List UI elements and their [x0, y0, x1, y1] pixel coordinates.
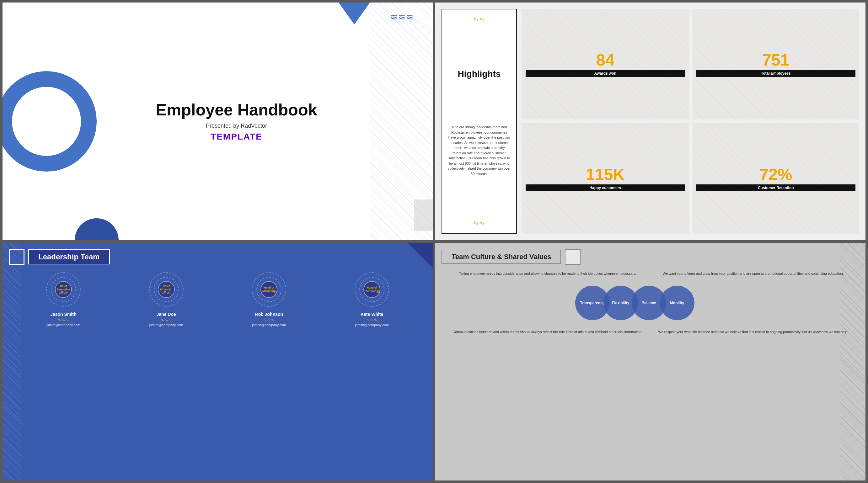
member-wave-3: ∿∿∿ [366, 317, 377, 322]
slide1-content: Employee Handbook Presented by RadVector… [156, 101, 317, 142]
bottom-text-1: We respect your work life balance becaus… [654, 329, 853, 335]
slide-employee-handbook: ≋≋≋ Employee Handbook Presented by RadVe… [2, 2, 433, 240]
stat-box-awards: 84 Awards won [522, 9, 689, 120]
member-wave-1: ∿∿∿ [161, 317, 172, 322]
stat-box-customers: 115K Happy customers [522, 123, 689, 234]
inner-circle-3: Head of Technology [363, 281, 380, 298]
member-name-0: Jason Smith [50, 312, 76, 317]
bottom-text-0: Communications between and within teams … [448, 329, 647, 335]
stat-number-retention: 72% [760, 166, 792, 183]
member-wave-0: ∿∿∿ [58, 317, 69, 322]
gray-rect-decor [414, 199, 433, 231]
role-3: Head of Technology [364, 286, 380, 293]
top-text-1: We want you to learn and grow from your … [654, 271, 853, 277]
culture-header-row: Team Culture & Shared Values [441, 249, 859, 265]
highlights-title: Highlights [458, 69, 501, 79]
circle-diagram-0: Chief Executive Officer [46, 272, 81, 307]
member-name-2: Rob Johnson [255, 312, 283, 317]
leadership-title: Leadership Team [38, 253, 100, 261]
stat-number-customers: 115K [586, 166, 625, 183]
bottom-text-row: Communications between and within teams … [441, 329, 859, 335]
slide1-main-title: Employee Handbook [156, 101, 317, 119]
slide1-subtitle: Presented by RadVector [156, 123, 317, 129]
highlights-card: ∿∿ Highlights With our strong leadership… [441, 9, 517, 234]
wave-icon-top: ≋≋≋ [391, 12, 414, 22]
stat-label-employees: Total Employees [696, 70, 856, 77]
member-wave-2: ∿∿∿ [263, 317, 275, 322]
diagonal-pattern-left [2, 243, 21, 481]
stat-label-awards: Awards won [526, 70, 685, 77]
venn-container: Transparency Flexibility Balance Mobilit… [572, 284, 729, 322]
triangle-decor [339, 2, 370, 25]
member-email-0: jsmith@company.com [46, 323, 80, 327]
stat-label-retention: Customer Retention [696, 185, 856, 191]
leadership-title-bar: Leadership Team [28, 249, 110, 264]
white-square-culture [565, 249, 581, 265]
venn-label-flexibility: Flexibility [612, 301, 629, 305]
wave-bottom: ∿∿ [473, 220, 485, 227]
slide-leadership: Leadership Team Chief Executive Officer … [2, 243, 433, 481]
venn-label-balance: Balance [642, 301, 656, 305]
member-name-1: Jane Doe [157, 312, 176, 317]
member-name-3: Kate White [361, 312, 383, 317]
venn-label-transparency: Transparency [580, 301, 604, 305]
stat-number-employees: 751 [762, 52, 789, 68]
slide-highlights: ∿∿ Highlights With our strong leadership… [435, 2, 866, 240]
culture-body: Taking employee needs into consideration… [441, 271, 859, 335]
stat-box-employees: 751 Total Employees [692, 9, 860, 120]
circle-diagram-3: Head of Technology [354, 272, 389, 307]
role-0: Chief Executive Officer [56, 285, 71, 294]
culture-title: Team Culture & Shared Values [452, 253, 551, 261]
slide1-template-label: TEMPLATE [156, 132, 317, 142]
venn-diagram-row: Transparency Flexibility Balance Mobilit… [441, 284, 859, 322]
team-member-3: Head of Technology Kate White ∿∿∿ jsmith… [323, 272, 420, 327]
venn-circle-mobility: Mobility [660, 286, 694, 320]
corner-decor [408, 243, 433, 268]
stat-box-retention: 72% Customer Retention [692, 123, 860, 234]
role-2: Head of Marketing [261, 286, 277, 293]
member-email-1: jsmith@company.com [149, 323, 183, 327]
circle-diagram-2: Head of Marketing [252, 272, 286, 307]
white-circle [12, 87, 81, 156]
slide-culture: Team Culture & Shared Values Taking empl… [435, 243, 866, 481]
stat-number-awards: 84 [596, 52, 615, 68]
circle-diagram-1: Chief Financial Officer [149, 272, 184, 307]
inner-circle-1: Chief Financial Officer [158, 281, 175, 298]
top-text-0: Taking employee needs into consideration… [448, 271, 647, 277]
team-member-2: Head of Marketing Rob Johnson ∿∿∿ jsmith… [221, 272, 317, 327]
stat-label-customers: Happy customers [526, 185, 685, 191]
highlights-body: With our strong leadership team and Rock… [447, 125, 511, 176]
blue-semicircle [75, 218, 119, 240]
member-email-3: jsmith@company.com [355, 323, 389, 327]
team-member-0: Chief Executive Officer Jason Smith ∿∿∿ … [15, 272, 112, 327]
member-email-2: jsmith@company.com [252, 323, 286, 327]
team-member-1: Chief Financial Officer Jane Doe ∿∿∿ jsm… [118, 272, 215, 327]
inner-circle-2: Head of Marketing [260, 281, 277, 298]
team-grid: Chief Executive Officer Jason Smith ∿∿∿ … [9, 272, 427, 327]
stats-grid: 84 Awards won 751 Total Employees 115K H… [522, 9, 859, 234]
inner-circle-0: Chief Executive Officer [55, 281, 72, 298]
wave-top: ∿∿ [473, 16, 485, 23]
top-text-row: Taking employee needs into consideration… [441, 271, 859, 277]
diagonal-pattern-right [840, 243, 866, 481]
culture-title-box: Team Culture & Shared Values [441, 250, 561, 264]
leadership-header: Leadership Team [9, 249, 427, 265]
role-1: Chief Financial Officer [158, 285, 174, 294]
venn-label-mobility: Mobility [670, 301, 684, 305]
